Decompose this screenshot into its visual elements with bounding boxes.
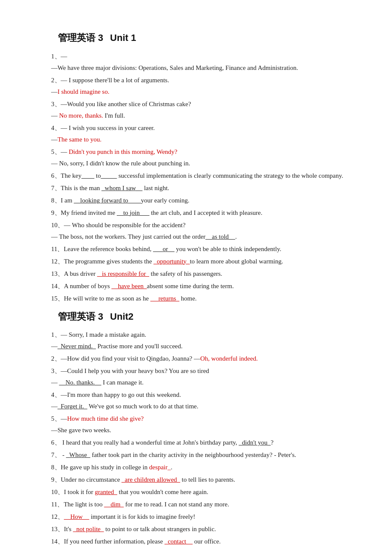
- text-part: ___or__: [153, 246, 174, 252]
- item-number: 5、: [51, 148, 61, 155]
- item-line: 9、My friend invited me __to join___ the …: [51, 207, 358, 219]
- item-line: 15、He will write to me as soon as he __ …: [51, 293, 358, 304]
- item-number: 1、: [51, 53, 61, 60]
- item-line: 10、I took it for granted_ that you would…: [51, 486, 358, 498]
- text-part: I took it for: [64, 489, 95, 495]
- item-line: —_Forget it._ We've got so much work to …: [51, 401, 358, 412]
- item-number: 6、: [51, 172, 61, 179]
- text-part: home.: [179, 295, 197, 302]
- text-part: If you need further information, please: [64, 538, 164, 545]
- text-part: —She gave two weeks.: [51, 427, 111, 434]
- list-item: 7、This is the man _whom I saw__ last nig…: [51, 182, 358, 194]
- text-part: __How__: [64, 513, 89, 520]
- item-line: 4、—I'm more than happy to go out this we…: [51, 389, 358, 401]
- item-line: 11、The light is too __dim_ for me to rea…: [51, 499, 358, 510]
- text-part: _Forget it._: [58, 403, 87, 410]
- list-item: 12、The programme gives students the _opp…: [51, 256, 358, 267]
- item-number: 4、: [51, 124, 61, 131]
- text-part: I should imagine so.: [58, 88, 110, 95]
- item-line: 3、—Would you like another slice of Chris…: [51, 98, 358, 110]
- list-item: 1、——We have three major divisions: Opera…: [51, 51, 358, 74]
- item-line: 1、—: [51, 51, 358, 62]
- text-part: _____: [101, 172, 117, 179]
- text-part: you won't be able to think independently…: [174, 246, 281, 252]
- item-number: 5、: [51, 415, 61, 422]
- text-part: —: [51, 403, 58, 410]
- text-part: — Sorry, I made a mistake again.: [61, 331, 147, 338]
- list-item: 2、— I suppose there'll be a lot of argum…: [51, 75, 358, 98]
- text-part: _didn't you_: [239, 439, 271, 446]
- item-line: 12、The programme gives students the _opp…: [51, 256, 358, 267]
- unit1-title: 管理英语 3Unit 1: [51, 30, 358, 46]
- list-item: 5、—How much time did she give?—She gave …: [51, 413, 358, 436]
- text-part: It's: [64, 526, 73, 532]
- text-part: The programme gives students the: [64, 258, 153, 265]
- item-line: 3、—Could I help you with your heavy box?…: [51, 365, 358, 377]
- text-part: our office.: [193, 538, 221, 545]
- text-part: _Never mind._: [58, 343, 96, 350]
- text-part: -: [61, 451, 66, 458]
- text-part: Leave the reference books behind,: [63, 246, 153, 252]
- list-item: 13、It's _not polite_ to point to or talk…: [51, 523, 358, 535]
- list-item: 9、My friend invited me __to join___ the …: [51, 207, 358, 219]
- item-line: — The boss, not the workers. They just c…: [51, 231, 358, 243]
- text-part: granted_: [95, 489, 117, 495]
- text-part: that you wouldn't come here again.: [117, 489, 208, 495]
- text-part: Under no circumstance: [61, 476, 122, 483]
- text-part: A bus driver: [64, 270, 97, 277]
- unit2-section: 管理英语 3Unit2 1、— Sorry, I made a mistake …: [51, 309, 358, 548]
- text-part: your early coming.: [141, 197, 190, 204]
- item-number: 7、: [51, 185, 61, 191]
- text-part: .: [171, 464, 173, 471]
- item-number: 3、: [51, 367, 61, 374]
- list-item: 4、—I'm more than happy to go out this we…: [51, 389, 358, 412]
- text-part: despair_: [149, 464, 171, 471]
- text-part: —: [51, 136, 58, 143]
- list-item: 6、 I heard that you really had a wonderf…: [51, 437, 358, 448]
- unit1-items: 1、——We have three major divisions: Opera…: [51, 51, 358, 304]
- text-part: .: [235, 233, 237, 240]
- item-number: 9、: [51, 209, 61, 216]
- text-part: He gave up his study in college in: [61, 464, 149, 471]
- text-part: __No. thanks.__: [59, 379, 101, 386]
- unit2-items: 1、— Sorry, I made a mistake again.—_Neve…: [51, 329, 358, 547]
- unit2-title-cn: 管理英语 3: [58, 311, 103, 322]
- list-item: 7、 - _Whose_ father took part in the cha…: [51, 449, 358, 461]
- text-part: Didn't you punch in this morning, Wendy?: [69, 148, 177, 155]
- list-item: 13、A bus driver _ is responsible for_ th…: [51, 268, 358, 280]
- item-line: 8、He gave up his study in college in des…: [51, 462, 358, 473]
- item-number: 11、: [51, 246, 63, 252]
- list-item: 10、I took it for granted_ that you would…: [51, 486, 358, 498]
- text-part: —: [61, 415, 67, 422]
- list-item: 3、—Could I help you with your heavy box?…: [51, 365, 358, 388]
- list-item: 3、—Would you like another slice of Chris…: [51, 98, 358, 121]
- text-part: The key: [61, 172, 82, 179]
- item-line: 9、Under no circumstance _are children al…: [51, 474, 358, 486]
- item-number: 2、: [51, 77, 61, 84]
- text-part: _contact__: [164, 538, 193, 545]
- text-part: — No, sorry, I didn't know the rule abou…: [51, 160, 190, 167]
- item-number: 13、: [51, 270, 64, 277]
- text-part: He will write to me as soon as he: [64, 295, 150, 302]
- item-number: 8、: [51, 197, 61, 204]
- item-number: 12、: [51, 513, 64, 520]
- text-part: _opportunity_: [153, 258, 190, 265]
- item-line: — No, sorry, I didn't know the rule abou…: [51, 158, 358, 169]
- item-line: — __No. thanks.__ I can manage it.: [51, 377, 358, 388]
- text-part: — Who should be responsible for the acci…: [64, 222, 185, 228]
- text-part: —How did you find your visit to Qingdao,…: [61, 355, 200, 362]
- text-part: We've got so much work to do at that tim…: [87, 403, 199, 410]
- item-number: 14、: [51, 538, 64, 545]
- text-part: to: [94, 172, 101, 179]
- text-part: _are children allowed_: [121, 476, 180, 483]
- item-line: 4、— I wish you success in your career.: [51, 122, 358, 134]
- text-part: — The boss, not the workers. They just c…: [51, 233, 205, 240]
- item-number: 1、: [51, 331, 61, 338]
- list-item: 4、— I wish you success in your career.—T…: [51, 122, 358, 145]
- text-part: to learn more about global warming.: [190, 258, 283, 265]
- text-part: —: [61, 148, 69, 155]
- text-part: I am: [61, 197, 74, 204]
- text-part: A number of boys: [64, 283, 112, 289]
- text-part: Oh, wonderful indeed.: [200, 355, 258, 362]
- text-part: __to join___: [117, 209, 149, 216]
